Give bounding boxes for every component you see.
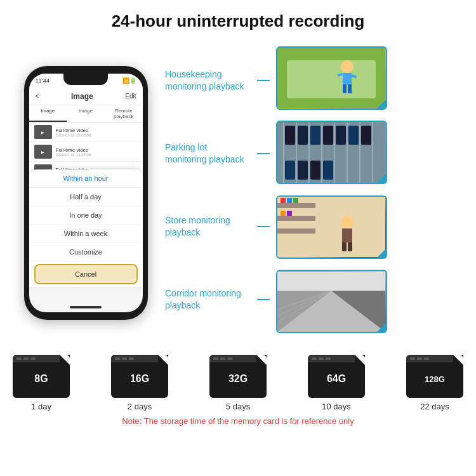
- photo-housekeeping-inner: [277, 48, 386, 109]
- storage-days-64g: 10 days: [322, 402, 351, 411]
- svg-rect-27: [323, 161, 333, 180]
- dropdown-item-customize[interactable]: Customize: [29, 243, 143, 261]
- phone-tab-image2[interactable]: Image: [67, 105, 105, 122]
- svg-rect-26: [310, 161, 321, 180]
- svg-rect-4: [343, 84, 347, 93]
- list-item[interactable]: ▶ Full-time video 2019-01-01 15:08:08: [29, 122, 143, 142]
- right-side: Housekeepingmonitoring playback Parking …: [165, 37, 463, 348]
- parking-illustration: [277, 122, 385, 183]
- phone-back-button[interactable]: <: [36, 93, 39, 100]
- phone-container: 11:44 📶🔋 < Image Edit image Image Remote…: [13, 37, 159, 348]
- dropdown-item-one-day[interactable]: In one day: [29, 206, 143, 225]
- svg-rect-25: [298, 161, 308, 180]
- storage-note: Note: The storage time of the memory car…: [13, 416, 463, 426]
- svg-rect-35: [281, 211, 286, 216]
- connector-line-3: [257, 226, 270, 227]
- video-label-1: Full-time video: [56, 128, 91, 133]
- photo-parking: [276, 121, 387, 184]
- phone-home-indicator: [70, 306, 102, 308]
- page-header: 24-hour uninterrupted recording: [0, 0, 476, 37]
- phone-nav-bar: < Image Edit: [29, 88, 143, 105]
- video-label-2: Full-time video: [56, 147, 91, 153]
- connector-line-4: [257, 299, 270, 300]
- connector-2: [251, 117, 270, 190]
- svg-rect-1: [287, 60, 376, 98]
- photo-corner-2: [377, 174, 386, 183]
- phone-time: 11:44: [36, 77, 50, 84]
- sd-notch-32g: [209, 355, 256, 362]
- storage-days-32g: 5 days: [226, 402, 250, 411]
- video-time-1: 2019-01-01 15:08:08: [56, 133, 91, 137]
- storage-item-8g: 8G 1 day: [13, 355, 70, 411]
- photo-corner-4: [377, 323, 386, 332]
- sd-size-16g: 16G: [130, 373, 149, 385]
- svg-rect-39: [342, 242, 347, 251]
- phone-status-icons: 📶🔋: [122, 77, 136, 84]
- monitoring-labels: Housekeepingmonitoring playback Parking …: [165, 44, 244, 336]
- svg-rect-47: [277, 272, 385, 291]
- svg-rect-34: [293, 198, 298, 203]
- sd-notch-64g: [308, 355, 355, 362]
- photo-store: [276, 195, 387, 259]
- label-store: Store monitoringplayback: [165, 190, 244, 263]
- svg-rect-3: [343, 73, 352, 84]
- photo-corner-1: [377, 100, 386, 109]
- page-title: 24-hour uninterrupted recording: [6, 11, 470, 31]
- svg-rect-32: [281, 198, 286, 203]
- label-housekeeping: Housekeepingmonitoring playback: [165, 44, 244, 117]
- svg-point-2: [341, 60, 354, 73]
- dropdown-item-within-hour[interactable]: Within an hour: [29, 169, 143, 188]
- label-corridor-text: Corridor monitoringplayback: [165, 288, 241, 310]
- video-thumb-2: ▶: [34, 145, 52, 159]
- sd-size-128g: 128G: [425, 374, 445, 384]
- dropdown-item-week[interactable]: Within a week: [29, 225, 143, 243]
- svg-rect-18: [298, 126, 308, 145]
- sd-size-32g: 32G: [228, 373, 248, 385]
- connector-line-1: [257, 80, 270, 81]
- sd-size-64g: 64G: [327, 373, 346, 385]
- sd-card-32g: 32G: [209, 355, 267, 398]
- sd-notch-128g: [406, 355, 453, 362]
- storage-days-128g: 22 days: [420, 402, 449, 411]
- storage-section: 8G 1 day 16G 2 days: [0, 348, 476, 431]
- list-item[interactable]: ▶ Full-time video 2019-01-01 13:45:00: [29, 142, 143, 162]
- svg-rect-40: [348, 242, 352, 251]
- photo-parking-inner: [277, 122, 386, 183]
- svg-rect-30: [277, 216, 315, 221]
- video-time-2: 2019-01-01 13:45:00: [56, 153, 91, 157]
- svg-rect-31: [277, 228, 315, 234]
- photo-corridor-inner: [277, 271, 386, 332]
- store-illustration: [277, 197, 385, 257]
- svg-rect-17: [285, 126, 295, 145]
- phone-tabs: image Image Remote playback: [29, 105, 143, 122]
- svg-rect-21: [336, 126, 346, 145]
- storage-item-32g: 32G 5 days: [209, 355, 267, 411]
- storage-item-64g: 64G 10 days: [308, 355, 365, 411]
- video-thumb-1: ▶: [34, 125, 52, 139]
- svg-rect-29: [277, 203, 315, 208]
- phone-tab-remote[interactable]: Remote playback: [105, 105, 143, 122]
- phone-screen: 11:44 📶🔋 < Image Edit image Image Remote…: [29, 74, 143, 312]
- svg-rect-33: [287, 198, 292, 203]
- sd-card-16g: 16G: [111, 355, 168, 398]
- svg-rect-22: [348, 126, 359, 145]
- dropdown-item-half-day[interactable]: Half a day: [29, 188, 143, 206]
- svg-rect-38: [342, 228, 352, 242]
- svg-rect-23: [361, 126, 371, 145]
- phone-edit-button[interactable]: Edit: [125, 93, 136, 100]
- svg-rect-19: [310, 126, 321, 145]
- phone-mockup: 11:44 📶🔋 < Image Edit image Image Remote…: [24, 66, 148, 320]
- label-housekeeping-text: Housekeepingmonitoring playback: [165, 69, 244, 91]
- corridor-illustration: [277, 272, 385, 332]
- svg-rect-24: [285, 161, 295, 180]
- dropdown-cancel-button[interactable]: Cancel: [34, 264, 138, 284]
- sd-size-8g: 8G: [34, 373, 48, 385]
- photo-store-inner: [277, 197, 386, 258]
- connector-line-2: [257, 153, 270, 154]
- storage-cards-row: 8G 1 day 16G 2 days: [13, 355, 463, 411]
- phone-tab-image[interactable]: image: [29, 105, 67, 122]
- storage-days-8g: 1 day: [31, 402, 51, 411]
- storage-item-128g: 128G 22 days: [406, 355, 463, 411]
- label-corridor: Corridor monitoringplayback: [165, 263, 244, 336]
- svg-rect-36: [287, 211, 292, 216]
